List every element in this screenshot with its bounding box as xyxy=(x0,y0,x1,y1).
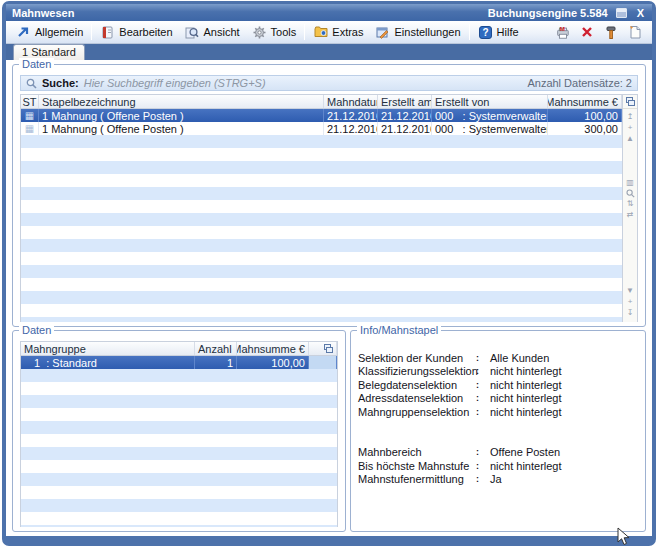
info-mahnstapel-group: Info/Mahnstapel Selektion der Kunden : A… xyxy=(350,330,646,532)
menu-einstellungen[interactable]: Einstellungen xyxy=(369,23,466,41)
menu-tools[interactable]: Tools xyxy=(246,23,303,41)
mouse-cursor xyxy=(617,527,632,547)
settings-icon xyxy=(375,25,390,39)
col-st[interactable]: ST xyxy=(21,95,39,108)
row-up-icon[interactable]: ▲ xyxy=(626,134,634,144)
menu-ansicht[interactable]: Ansicht xyxy=(179,23,246,41)
svg-text:M: M xyxy=(560,25,565,32)
titlebar[interactable]: Mahnwesen Buchungsengine 5.584 X xyxy=(6,4,652,21)
scroll-top-icon[interactable]: ↥ xyxy=(627,112,634,122)
help-question-icon: ? xyxy=(478,25,493,39)
info-row: Bis höchste Mahnstufe : nicht hinterlegt xyxy=(358,459,638,473)
info-row: Mahnstufenermittlung : Ja xyxy=(358,473,638,487)
menu-hilfe[interactable]: ? Hilfe xyxy=(472,23,525,41)
col-anzahl[interactable]: Anzahl xyxy=(195,342,237,355)
menu-allgemein[interactable]: Allgemein xyxy=(10,23,89,41)
window-title: Mahnwesen xyxy=(12,7,74,19)
col-mahndatum[interactable]: Mahndatum xyxy=(324,95,378,108)
columns-icon[interactable]: ▥ xyxy=(626,178,634,188)
menu-bearbeiten[interactable]: Bearbeiten xyxy=(94,23,178,41)
record-count: Anzahl Datensätze: 2 xyxy=(527,77,632,89)
tab-bar: 1 Standard xyxy=(6,44,652,60)
col-mahngruppe[interactable]: Mahngruppe xyxy=(21,342,195,355)
main-daten-group: Daten Suche: Hier Suchbegriff eingeben (… xyxy=(12,64,646,327)
window-restore-icon[interactable] xyxy=(616,8,627,18)
gear-icon xyxy=(252,25,267,39)
add-row-icon[interactable]: + xyxy=(628,123,633,133)
mahngruppe-table-header: Mahngruppe Anzahl Mahnsumme € xyxy=(21,342,337,356)
table-row-selected[interactable]: 1 : Standard 1 100,00 xyxy=(21,356,337,369)
toolbar-separator xyxy=(469,24,470,40)
empty-rows xyxy=(21,369,337,527)
toolbar: Allgemein Bearbeiten Ansicht Tools Extra… xyxy=(6,21,652,44)
mahngruppe-table: Mahngruppe Anzahl Mahnsumme € 1 : Standa… xyxy=(20,341,338,527)
search-icon xyxy=(26,78,37,89)
col-mahnsumme[interactable]: Mahnsumme € xyxy=(548,95,622,108)
toolbar-separator xyxy=(91,24,92,40)
info-row: Mahnbereich : Offene Posten xyxy=(358,446,638,460)
folder-icon xyxy=(313,25,328,39)
table-row[interactable]: ▦ 1 Mahnung ( Offene Posten ) 21.12.2016… xyxy=(21,122,622,135)
group-label: Daten xyxy=(19,324,54,336)
batch-table: ST Stapelbezeichnung Mahndatum Erstellt … xyxy=(20,94,638,322)
new-document-icon[interactable] xyxy=(627,25,642,39)
group-label: Info/Mahnstapel xyxy=(357,324,441,336)
info-list: Selektion der Kunden : Alle Kunden Klass… xyxy=(358,351,638,486)
col-erstellt-am[interactable]: Erstellt am xyxy=(378,95,432,108)
batch-grid-icon: ▦ xyxy=(25,124,34,134)
table-side-toolbar: ↥ + ▲ ▥ ⇅ ⇄ ▼ + ↧ xyxy=(622,95,637,322)
svg-text:?: ? xyxy=(482,27,488,38)
hammer-post-icon[interactable] xyxy=(603,25,618,39)
content-area: Daten Suche: Hier Suchbegriff eingeben (… xyxy=(6,60,652,536)
info-row: Adressdatenselektion : nicht hinterlegt xyxy=(358,392,638,406)
mahngruppe-group: Daten Mahngruppe Anzahl Mahnsumme € 1 : … xyxy=(12,330,346,532)
batch-table-header: ST Stapelbezeichnung Mahndatum Erstellt … xyxy=(21,95,622,109)
col-erstellt-von[interactable]: Erstellt von xyxy=(432,95,548,108)
batch-grid-icon: ▦ xyxy=(25,111,34,121)
toolbar-separator xyxy=(304,24,305,40)
col-mahnsumme2[interactable]: Mahnsumme € xyxy=(237,342,309,355)
copy-grid-icon[interactable] xyxy=(626,97,635,106)
info-row: Belegdatenselektion : nicht hinterlegt xyxy=(358,378,638,392)
swap-icon[interactable]: ⇄ xyxy=(627,210,634,220)
copy-grid-icon[interactable] xyxy=(324,344,333,353)
menu-extras[interactable]: Extras xyxy=(307,23,369,41)
arrow-up-right-icon xyxy=(16,25,31,39)
group-label: Daten xyxy=(19,58,54,70)
delete-x-icon[interactable] xyxy=(579,25,594,39)
table-row-selected[interactable]: ▦ 1 Mahnung ( Offene Posten ) 21.12.2016… xyxy=(21,109,622,122)
app-version-label: Buchungsengine 5.584 xyxy=(488,7,608,19)
info-row: Klassifizierungsselektion : nicht hinter… xyxy=(358,365,638,379)
search-label: Suche: xyxy=(42,77,79,89)
row-down-icon[interactable]: ▼ xyxy=(626,286,634,296)
add-row-bottom-icon[interactable]: + xyxy=(628,297,633,307)
info-row: Mahngruppenselektion : nicht hinterlegt xyxy=(358,405,638,419)
empty-rows xyxy=(21,135,622,322)
scroll-bottom-icon[interactable]: ↧ xyxy=(627,308,634,318)
edit-book-icon xyxy=(100,25,115,39)
app-window: Mahnwesen Buchungsengine 5.584 X Allgeme… xyxy=(2,1,656,546)
search-input[interactable]: Suche: Hier Suchbegriff eingeben (STRG+S… xyxy=(20,75,638,91)
print-dunning-icon[interactable]: M xyxy=(555,25,570,39)
sort-icon[interactable]: ⇅ xyxy=(627,199,634,209)
col-stapelbezeichnung[interactable]: Stapelbezeichnung xyxy=(39,95,324,108)
magnifier-view-icon xyxy=(185,25,200,39)
close-button[interactable]: X xyxy=(635,7,646,19)
search-placeholder: Hier Suchbegriff eingeben (STRG+S) xyxy=(84,77,266,89)
info-row: Selektion der Kunden : Alle Kunden xyxy=(358,351,638,365)
zoom-icon[interactable] xyxy=(626,189,635,198)
